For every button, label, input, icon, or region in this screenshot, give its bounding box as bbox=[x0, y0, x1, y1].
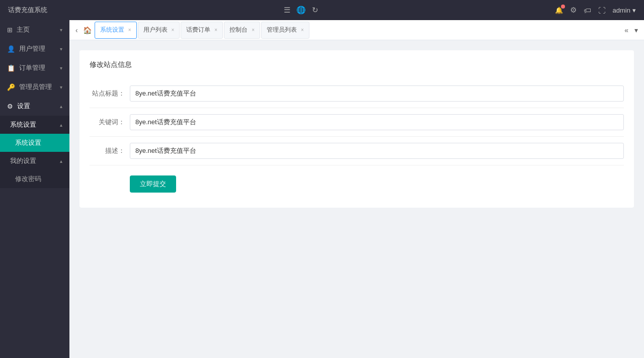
system-settings-group-chevron-icon: ▴ bbox=[60, 122, 62, 128]
user-mgmt-chevron-icon: ▾ bbox=[60, 46, 62, 52]
user-mgmt-icon: 👤 bbox=[7, 45, 15, 53]
my-settings-group-label: 我的设置 bbox=[10, 156, 36, 165]
order-mgmt-icon: 📋 bbox=[7, 64, 15, 72]
tab-fee-orders-close-icon[interactable]: × bbox=[214, 27, 217, 33]
submit-button[interactable]: 立即提交 bbox=[130, 175, 176, 193]
tab-system-settings[interactable]: 系统设置 × bbox=[95, 22, 137, 39]
sidebar-item-settings[interactable]: ⚙ 设置 ▴ bbox=[0, 97, 69, 116]
tab-user-list-label: 用户列表 bbox=[143, 26, 168, 34]
input-site-title[interactable] bbox=[130, 85, 624, 102]
sidebar-group-system-settings[interactable]: 系统设置 ▴ bbox=[0, 116, 69, 134]
tab-nav-home[interactable]: 🏠 bbox=[81, 26, 94, 34]
topbar-right: 🔔 ⚙ 🏷 ⛶ admin ▾ bbox=[555, 6, 636, 15]
form-title: 修改站点信息 bbox=[90, 60, 624, 69]
sidebar-item-admin-mgmt-left: 🔑 管理员管理 bbox=[7, 82, 52, 92]
refresh-icon[interactable]: ↻ bbox=[312, 6, 318, 15]
fullscreen-icon[interactable]: ⛶ bbox=[598, 6, 606, 15]
app-title: 话费充值系统 bbox=[8, 6, 47, 15]
tab-control-panel-label: 控制台 bbox=[229, 26, 248, 34]
sidebar-item-home-left: ⊞ 主页 bbox=[7, 25, 30, 34]
form-row-description: 描述： bbox=[90, 137, 624, 165]
sidebar-item-user-mgmt-left: 👤 用户管理 bbox=[7, 44, 45, 53]
order-mgmt-chevron-icon: ▾ bbox=[60, 65, 62, 71]
notification-badge bbox=[561, 5, 565, 9]
change-password-label: 修改密码 bbox=[15, 175, 41, 183]
tab-control-panel-close-icon[interactable]: × bbox=[252, 27, 255, 33]
input-keywords[interactable] bbox=[130, 114, 624, 130]
sidebar-item-admin-mgmt[interactable]: 🔑 管理员管理 ▾ bbox=[0, 77, 69, 97]
tabs-bar: ‹ 🏠 系统设置 × 用户列表 × 话费订单 × 控制台 × 管理员列表 × bbox=[69, 20, 644, 40]
form-row-keywords: 关键词： bbox=[90, 108, 624, 137]
tab-nav-expand[interactable]: ▾ bbox=[632, 26, 640, 34]
tab-admin-list[interactable]: 管理员列表 × bbox=[261, 22, 309, 39]
sidebar-label-admin-mgmt: 管理员管理 bbox=[19, 82, 52, 92]
toolbar-icons: ☰ 🌐 ↻ bbox=[284, 6, 318, 15]
sidebar-item-order-mgmt[interactable]: 📋 订单管理 ▾ bbox=[0, 58, 69, 77]
sidebar-group-my-settings[interactable]: 我的设置 ▴ bbox=[0, 152, 69, 170]
tab-fee-orders-label: 话费订单 bbox=[186, 26, 210, 34]
tab-admin-list-close-icon[interactable]: × bbox=[301, 27, 304, 33]
sidebar-item-order-mgmt-left: 📋 订单管理 bbox=[7, 63, 45, 72]
sidebar-label-home: 主页 bbox=[17, 25, 30, 34]
sidebar-label-settings: 设置 bbox=[17, 102, 30, 111]
label-site-title: 站点标题： bbox=[90, 89, 130, 98]
user-label: admin bbox=[613, 7, 630, 14]
sidebar-item-home[interactable]: ⊞ 主页 ▾ bbox=[0, 20, 69, 39]
form-card: 修改站点信息 站点标题： 关键词： 描述： 立即提交 bbox=[79, 50, 634, 208]
tab-control-panel[interactable]: 控制台 × bbox=[224, 22, 260, 39]
tab-nav-back[interactable]: ‹ bbox=[73, 26, 80, 34]
page-content: 修改站点信息 站点标题： 关键词： 描述： 立即提交 bbox=[69, 40, 644, 358]
system-settings-label: 系统设置 bbox=[15, 139, 41, 146]
tab-user-list[interactable]: 用户列表 × bbox=[138, 22, 180, 39]
settings-nav-icon: ⚙ bbox=[7, 103, 13, 110]
globe-icon[interactable]: 🌐 bbox=[296, 6, 306, 15]
tag-icon[interactable]: 🏷 bbox=[584, 6, 591, 15]
menu-icon[interactable]: ☰ bbox=[284, 6, 290, 15]
settings-chevron-icon: ▴ bbox=[60, 104, 62, 109]
sidebar: ⊞ 主页 ▾ 👤 用户管理 ▾ 📋 订单管理 ▾ 🔑 管理员管理 bbox=[0, 20, 69, 358]
sidebar-submenu-settings: 系统设置 ▴ 系统设置 我的设置 ▴ 修改密码 bbox=[0, 116, 69, 188]
label-description: 描述： bbox=[90, 146, 130, 155]
tab-system-settings-close-icon[interactable]: × bbox=[128, 27, 131, 33]
home-icon: ⊞ bbox=[7, 26, 13, 34]
my-settings-group-chevron-icon: ▴ bbox=[60, 158, 62, 164]
layout: ⊞ 主页 ▾ 👤 用户管理 ▾ 📋 订单管理 ▾ 🔑 管理员管理 bbox=[0, 20, 644, 358]
tabs-right: « ▾ bbox=[622, 26, 640, 34]
settings-icon[interactable]: ⚙ bbox=[570, 6, 577, 15]
sidebar-label-user-mgmt: 用户管理 bbox=[19, 44, 45, 53]
sidebar-item-settings-left: ⚙ 设置 bbox=[7, 102, 30, 111]
sidebar-item-system-settings[interactable]: 系统设置 bbox=[0, 134, 69, 152]
topbar: 话费充值系统 ☰ 🌐 ↻ 🔔 ⚙ 🏷 ⛶ admin ▾ bbox=[0, 0, 644, 20]
form-row-site-title: 站点标题： bbox=[90, 79, 624, 108]
admin-mgmt-chevron-icon: ▾ bbox=[60, 84, 62, 90]
tab-nav-prev[interactable]: « bbox=[622, 26, 630, 34]
tab-user-list-close-icon[interactable]: × bbox=[172, 27, 175, 33]
system-settings-group-label: 系统设置 bbox=[10, 120, 36, 129]
sidebar-item-change-password[interactable]: 修改密码 bbox=[0, 170, 69, 188]
sidebar-label-order-mgmt: 订单管理 bbox=[19, 63, 45, 72]
label-keywords: 关键词： bbox=[90, 118, 130, 127]
tab-admin-list-label: 管理员列表 bbox=[267, 26, 297, 34]
user-chevron-icon: ▾ bbox=[632, 7, 636, 14]
input-description[interactable] bbox=[130, 143, 624, 159]
home-chevron-icon: ▾ bbox=[60, 27, 62, 33]
sidebar-item-user-mgmt[interactable]: 👤 用户管理 ▾ bbox=[0, 39, 69, 58]
notification-bell[interactable]: 🔔 bbox=[555, 7, 563, 14]
user-menu[interactable]: admin ▾ bbox=[613, 7, 636, 14]
tab-system-settings-label: 系统设置 bbox=[100, 26, 124, 34]
admin-mgmt-icon: 🔑 bbox=[7, 83, 15, 91]
main: ‹ 🏠 系统设置 × 用户列表 × 话费订单 × 控制台 × 管理员列表 × bbox=[69, 20, 644, 358]
tab-fee-orders[interactable]: 话费订单 × bbox=[181, 22, 223, 39]
